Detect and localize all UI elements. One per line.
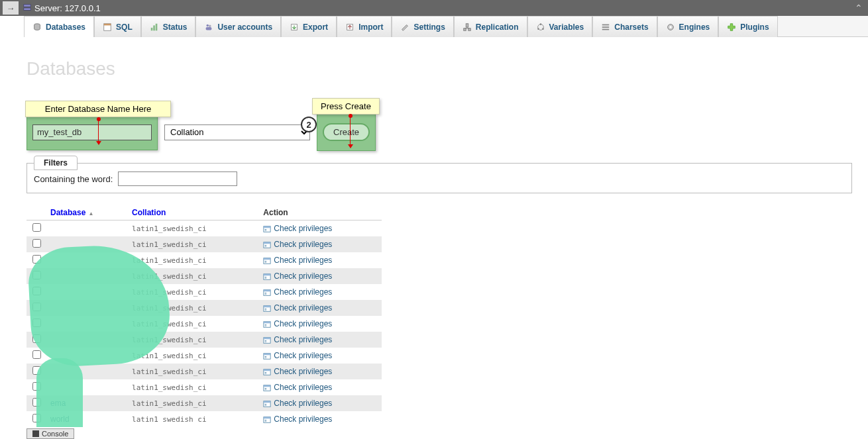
filters-box: Filters Containing the word:	[27, 163, 852, 193]
svg-rect-57	[265, 326, 267, 326]
tab-engines[interactable]: Engines	[657, 16, 719, 37]
tab-status[interactable]: Status	[141, 16, 196, 37]
svg-rect-73	[265, 389, 267, 390]
server-icon	[23, 3, 32, 13]
tab-charsets[interactable]: Charsets	[592, 16, 657, 37]
svg-rect-36	[265, 245, 267, 246]
svg-rect-53	[265, 310, 267, 311]
tab-export[interactable]: Export	[281, 16, 337, 37]
row-checkbox[interactable]	[32, 223, 41, 232]
svg-rect-47	[264, 290, 270, 292]
tab-sql[interactable]: SQL	[94, 16, 141, 37]
settings-icon	[400, 23, 409, 32]
svg-rect-64	[265, 356, 267, 357]
plugins-icon	[727, 23, 736, 32]
tab-label: Variables	[549, 23, 584, 32]
top-bar: → Server: 127.0.0.1 ⌃	[0, 0, 868, 16]
check-privileges-link[interactable]: Check privileges	[263, 335, 332, 344]
database-icon	[32, 23, 42, 32]
svg-rect-81	[265, 421, 267, 422]
svg-point-9	[209, 24, 211, 27]
row-action: Check privileges	[259, 379, 382, 395]
svg-rect-32	[265, 229, 267, 230]
svg-rect-40	[265, 261, 267, 262]
svg-point-19	[537, 28, 539, 30]
tab-databases[interactable]: Databases	[24, 16, 94, 37]
tab-settings[interactable]: Settings	[392, 16, 453, 37]
row-action: Check privileges	[259, 364, 382, 379]
svg-rect-41	[265, 262, 267, 263]
row-checkbox[interactable]	[32, 239, 41, 248]
row-action: Check privileges	[259, 268, 382, 284]
check-privileges-link[interactable]: Check privileges	[263, 415, 332, 424]
table-header-collation[interactable]: Collation	[128, 205, 259, 220]
row-database-name[interactable]	[46, 220, 128, 237]
svg-rect-76	[265, 404, 267, 405]
svg-rect-77	[265, 405, 267, 406]
tab-label: Export	[303, 23, 328, 32]
privileges-icon	[263, 368, 271, 376]
create-button[interactable]: Create	[323, 123, 370, 141]
check-privileges-link[interactable]: Check privileges	[263, 224, 332, 233]
tab-label: SQL	[116, 23, 133, 32]
row-action: Check privileges	[259, 284, 382, 300]
annotation-step-number: 2	[301, 117, 317, 132]
nav-arrow-button[interactable]: →	[3, 1, 19, 15]
svg-rect-63	[264, 354, 270, 356]
collation-select[interactable]: Collation	[164, 124, 310, 140]
table-header-checkbox	[27, 205, 46, 220]
svg-rect-80	[265, 420, 267, 420]
row-collation: latin1 swedish ci	[128, 411, 259, 427]
export-icon	[290, 23, 299, 32]
svg-rect-14	[464, 28, 466, 30]
table-header-database[interactable]: Database▲	[46, 205, 128, 220]
tab-variables[interactable]: Variables	[527, 16, 593, 37]
svg-rect-60	[265, 340, 267, 341]
tab-replication[interactable]: Replication	[454, 16, 527, 37]
svg-rect-35	[264, 242, 270, 244]
redaction-overlay	[36, 358, 83, 427]
check-privileges-link[interactable]: Check privileges	[263, 319, 332, 328]
check-privileges-link[interactable]: Check privileges	[263, 399, 332, 408]
check-privileges-link[interactable]: Check privileges	[263, 271, 332, 281]
svg-point-18	[542, 28, 544, 30]
check-privileges-link[interactable]: Check privileges	[263, 303, 332, 313]
row-checkbox[interactable]	[32, 350, 41, 359]
tab-import[interactable]: Import	[337, 16, 392, 37]
import-icon	[345, 23, 354, 32]
row-collation: latin1_swedish_ci	[128, 364, 259, 379]
svg-rect-4	[104, 23, 111, 25]
svg-rect-13	[466, 23, 468, 26]
filter-containing-input[interactable]	[118, 171, 237, 186]
users-icon	[204, 23, 213, 32]
svg-rect-5	[150, 27, 152, 30]
tab-plugins[interactable]: Plugins	[718, 16, 777, 37]
tab-label: Import	[358, 23, 383, 32]
privileges-icon	[263, 305, 271, 313]
charsets-icon	[601, 23, 610, 32]
database-name-input[interactable]	[32, 124, 152, 140]
engines-icon	[666, 23, 675, 32]
svg-rect-1	[24, 8, 31, 11]
svg-rect-59	[264, 338, 270, 340]
check-privileges-link[interactable]: Check privileges	[263, 256, 332, 265]
privileges-icon	[263, 320, 271, 328]
collapse-icon[interactable]: ⌃	[855, 3, 863, 13]
privileges-icon	[263, 257, 271, 265]
check-privileges-link[interactable]: Check privileges	[263, 287, 332, 297]
check-privileges-link[interactable]: Check privileges	[263, 351, 332, 360]
svg-rect-55	[264, 322, 270, 324]
check-privileges-link[interactable]: Check privileges	[263, 367, 332, 376]
annotation-arrow-dbname	[98, 117, 99, 144]
check-privileges-link[interactable]: Check privileges	[263, 240, 332, 249]
check-privileges-link[interactable]: Check privileges	[263, 383, 332, 392]
svg-rect-31	[264, 226, 270, 228]
privileges-icon	[263, 225, 271, 233]
row-collation: latin1_swedish_ci	[128, 220, 259, 237]
privileges-icon	[263, 273, 271, 281]
svg-rect-48	[265, 293, 267, 293]
row-action: Check privileges	[259, 348, 382, 364]
tab-user-accounts[interactable]: User accounts	[195, 16, 281, 37]
tab-label: Replication	[476, 23, 519, 32]
svg-rect-79	[264, 417, 270, 419]
